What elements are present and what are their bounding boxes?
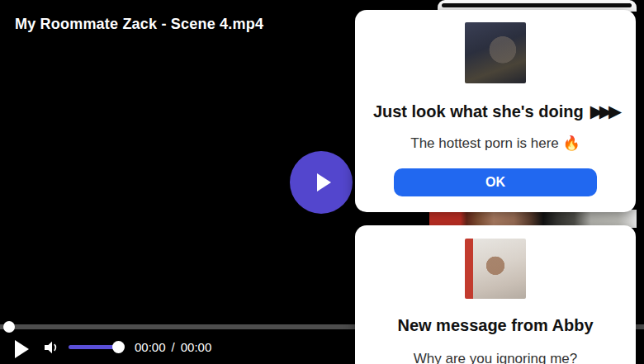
- volume-thumb[interactable]: [112, 341, 125, 353]
- progress-thumb[interactable]: [3, 321, 15, 333]
- play-button[interactable]: [15, 340, 29, 358]
- play-icon: [317, 173, 331, 191]
- video-page: { "colors": { "page-bg": "#000000", "acc…: [0, 0, 644, 364]
- time-separator: /: [172, 340, 175, 354]
- big-play-button[interactable]: [290, 151, 353, 214]
- duration: 00:00: [181, 340, 212, 354]
- offer-popup-title: Just look what she's doing ▶▶▶: [373, 101, 618, 122]
- message-thumbnail-image: [465, 239, 526, 299]
- video-title: My Roommate Zack - Scene 4.mp4: [15, 16, 263, 33]
- fire-icon: 🔥: [563, 135, 580, 151]
- ok-button[interactable]: OK: [394, 168, 597, 196]
- current-time: 00:00: [135, 340, 166, 354]
- ad-frame-top-border: [442, 3, 632, 7]
- message-popup-body: Why are you ignoring me?: [414, 349, 577, 364]
- triple-play-arrows-icon: ▶▶▶: [590, 101, 618, 122]
- offer-thumbnail-image: [465, 22, 526, 83]
- message-popup-card[interactable]: New message from Abby Why are you ignori…: [355, 225, 636, 364]
- video-controls: 00:00 / 00:00: [0, 333, 355, 364]
- offer-popup-card: Just look what she's doing ▶▶▶ The hotte…: [355, 10, 636, 212]
- volume-icon[interactable]: [42, 338, 60, 357]
- offer-popup-subtitle: The hottest porn is here 🔥: [410, 134, 580, 153]
- time-display: 00:00 / 00:00: [135, 340, 211, 354]
- message-popup-title: New message from Abby: [397, 314, 593, 336]
- offer-title-text: Just look what she's doing: [373, 101, 584, 122]
